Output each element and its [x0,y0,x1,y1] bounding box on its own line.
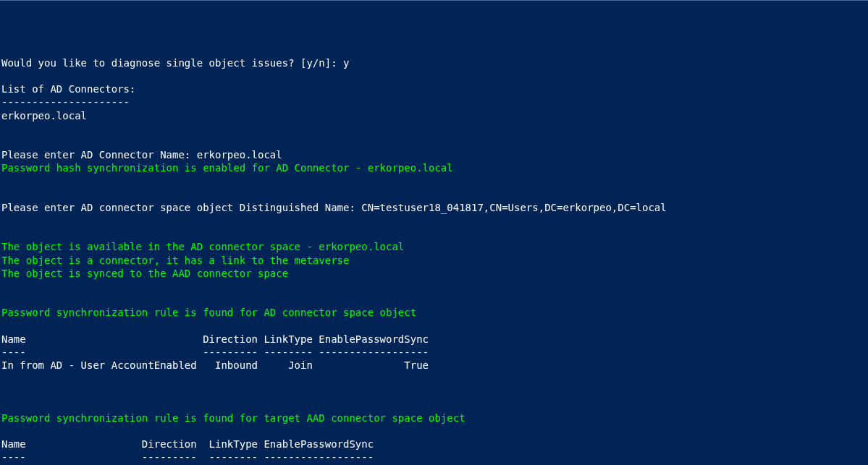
terminal-line [1,227,867,240]
terminal-line [1,122,867,135]
terminal-line: --------------------- [1,95,867,108]
terminal-line [1,135,867,148]
terminal-line: Would you like to diagnose single object… [1,56,867,69]
terminal-line [1,293,867,306]
terminal-line: Name Direction LinkType EnablePasswordSy… [1,333,867,346]
terminal-line [1,69,867,82]
terminal-line [1,372,867,385]
terminal-line: The object is a connector, it has a link… [1,254,867,267]
terminal-line [1,398,867,411]
terminal-line: Password hash synchronization is enabled… [1,161,867,174]
terminal-line [1,214,867,227]
terminal-line [1,280,867,293]
terminal-line: Password synchronization rule is found f… [1,306,867,319]
terminal-line: List of AD Connectors: [1,82,867,95]
terminal-line: ---- --------- -------- ----------------… [1,451,867,464]
terminal-line: Please enter AD Connector Name: erkorpeo… [1,148,867,161]
terminal-line: erkorpeo.local [1,109,867,122]
terminal-output: Would you like to diagnose single object… [1,56,867,465]
terminal-line [1,188,867,201]
terminal-line [1,385,867,398]
terminal-line [1,425,867,438]
terminal-line [1,174,867,187]
terminal-line [1,320,867,333]
terminal-line: ---- --------- -------- ----------------… [1,346,867,359]
terminal-line: In from AD - User AccountEnabled Inbound… [1,359,867,372]
terminal-line: The object is available in the AD connec… [1,240,867,253]
terminal-line: Name Direction LinkType EnablePasswordSy… [1,438,867,451]
terminal-line: Please enter AD connector space object D… [1,201,867,214]
terminal-line: The object is synced to the AAD connecto… [1,267,867,280]
terminal-line: Password synchronization rule is found f… [1,411,867,425]
